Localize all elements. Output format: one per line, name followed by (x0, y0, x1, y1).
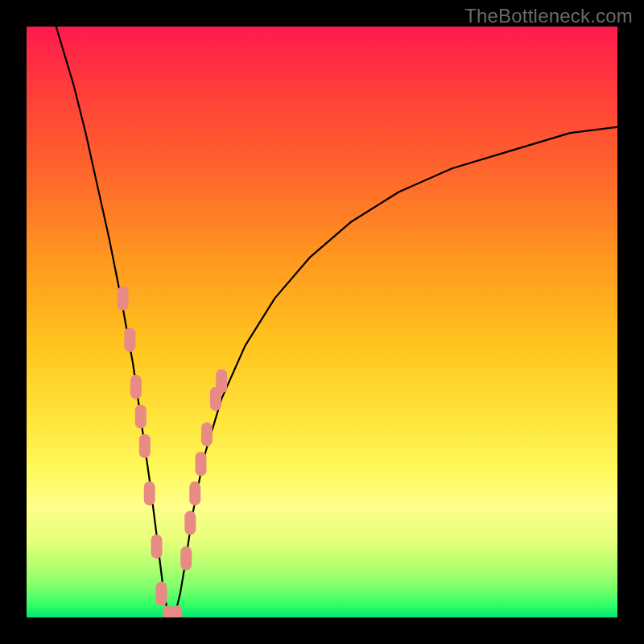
marker-group (118, 287, 228, 617)
chart-frame: TheBottleneck.com (0, 0, 644, 644)
curve-marker (151, 535, 163, 559)
curve-marker (180, 547, 192, 571)
curve-marker (118, 287, 129, 311)
curve-marker (184, 511, 196, 535)
curve-marker (135, 404, 147, 428)
curve-marker (144, 481, 155, 506)
curve-marker (189, 481, 200, 506)
curve-marker (216, 369, 227, 393)
watermark-text: TheBottleneck.com (464, 5, 633, 27)
curve-marker (124, 328, 135, 352)
chart-svg (27, 27, 617, 617)
curve-marker (155, 582, 167, 606)
curve-marker (130, 375, 142, 399)
curve-marker (201, 423, 213, 447)
curve-marker (171, 605, 182, 617)
plot-area (27, 27, 617, 617)
curve-marker (196, 452, 207, 476)
curve-line (56, 27, 617, 617)
curve-marker (139, 434, 151, 458)
